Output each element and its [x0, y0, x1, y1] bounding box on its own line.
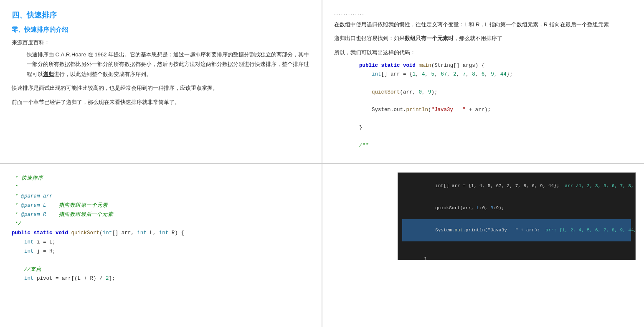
- bold-word: 递归: [43, 71, 54, 77]
- code-line-4: quickSort(arr, 0, 9);: [334, 88, 632, 97]
- bl-comment-2: *: [12, 183, 310, 192]
- top-left-panel: 四、快速排序 零、快速排序的介绍 来源百度百科： 快速排序由 C.A.R.Hoa…: [0, 0, 322, 163]
- code-line-1: public static void main(String[] args) {: [334, 61, 632, 70]
- code-line-10: /**: [334, 141, 632, 150]
- bottom-left-panel: * 快速排序 * * @param arr * @param L 指向数组第一个…: [0, 164, 322, 327]
- term-line-4: [402, 241, 631, 249]
- bl-code-2: int i = L;: [12, 238, 310, 247]
- para1: 快速排序是面试出现的可能性比较高的，也是经常会用到的一种排序，应该重点掌握。: [12, 83, 310, 93]
- dots-line: .............: [334, 10, 632, 16]
- tr-desc1: 在数组中使用递归依照我的惯性，往往定义两个变量：L 和 R，L 指向第一个数组元…: [334, 20, 632, 29]
- section-title: 四、快速排序: [12, 10, 310, 20]
- code-line-2: int[] arr = {1, 4, 5, 67, 2, 7, 8, 6, 9,…: [334, 70, 632, 79]
- tr-desc2-bold: 数组只有一个元素时: [405, 35, 454, 41]
- code-line-5: [334, 97, 632, 106]
- code-line-3: [334, 79, 632, 88]
- tr-desc2: 递归出口也很容易找到：如果数组只有一个元素时，那么就不用排序了: [334, 33, 632, 43]
- top-right-panel: ............. 在数组中使用递归依照我的惯性，往往定义两个变量：L …: [322, 0, 644, 163]
- tr-desc2-suffix: ，那么就不用排序了: [454, 35, 502, 41]
- bl-comment-5: * @param R 指向数组最后一个元素: [12, 210, 310, 220]
- terminal-window: int[] arr = {1, 4, 5, 67, 2, 7, 8, 6, 9,…: [398, 172, 636, 260]
- indent-block: 快速排序由 C.A.R.Hoare 在 1962 年提出。它的基本思想是：通过一…: [27, 50, 310, 79]
- code-line-9: [334, 132, 632, 141]
- bl-comment-4: * @param L 指向数组第一个元素: [12, 201, 310, 210]
- tr-desc3: 所以，我们可以写出这样的代码：: [334, 48, 632, 57]
- code-line-6: System.out.println("Java3y " + arr);: [334, 106, 632, 114]
- code-line-7: [334, 115, 632, 124]
- bl-code-4: [12, 256, 310, 265]
- bl-code-block: * 快速排序 * * @param arr * @param L 指向数组第一个…: [12, 174, 310, 284]
- bl-comment-6: */: [12, 220, 310, 229]
- tr-code-block: public static void main(String[] args) {…: [334, 61, 632, 150]
- term-line-1: int[] arr = {1, 4, 5, 67, 2, 7, 8, 6, 9,…: [402, 175, 631, 198]
- indent-suffix: 进行，以此达到整个数据变成有序序列。: [54, 71, 152, 77]
- source-label: 来源百度百科：: [12, 39, 310, 46]
- bl-code-1: public static void quickSort(int[] arr, …: [12, 229, 310, 238]
- page-container: 四、快速排序 零、快速排序的介绍 来源百度百科： 快速排序由 C.A.R.Hoa…: [0, 0, 644, 327]
- tr-desc2-pre: 递归出口也很容易找到：如果: [334, 35, 405, 41]
- bl-comment-3: * @param arr: [12, 192, 310, 201]
- bl-comment-1: * 快速排序: [12, 174, 310, 183]
- bl-code-6: int pivot = arr[(L + R) / 2];: [12, 274, 310, 284]
- sub-title: 零、快速排序的介绍: [12, 26, 310, 34]
- para2: 前面一个章节已经讲了递归了，那么现在来看快速排序就非常简单了。: [12, 97, 310, 107]
- bottom-right-panel: int[] arr = {1, 4, 5, 67, 2, 7, 8, 6, 9,…: [322, 164, 644, 327]
- code-line-8: }: [334, 124, 632, 132]
- term-line-5: }: [402, 248, 631, 260]
- term-line-3-highlight: System.out.println("Java3y " + arr): arr…: [402, 219, 631, 241]
- bl-code-5: //支点: [12, 265, 310, 274]
- term-line-2: quickSort(arr, L:0, R:9);: [402, 197, 631, 219]
- bl-code-3: int j = R;: [12, 247, 310, 256]
